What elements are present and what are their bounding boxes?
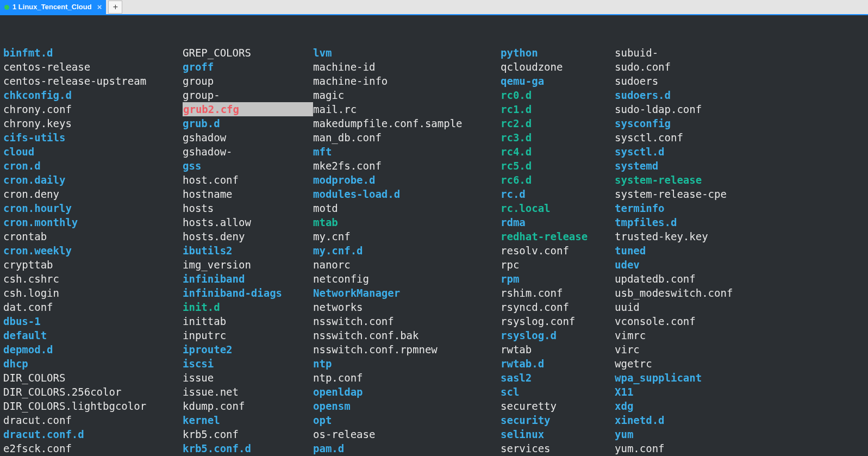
close-icon[interactable]: × <box>95 0 102 14</box>
terminal-output[interactable]: binfmt.dcentos-releasecentos-release-ups… <box>0 15 868 456</box>
ls-entry[interactable]: inputrc <box>183 328 313 342</box>
ls-entry[interactable]: sudoers.d <box>615 88 778 102</box>
ls-entry[interactable]: centos-release-upstream <box>3 74 183 88</box>
ls-entry[interactable]: systemd <box>615 159 778 173</box>
ls-entry[interactable]: cron.hourly <box>3 201 183 215</box>
ls-entry[interactable]: mft <box>313 145 501 159</box>
ls-entry[interactable]: opensm <box>313 399 501 413</box>
ls-entry[interactable]: cron.deny <box>3 187 183 201</box>
ls-entry[interactable]: xinetd.d <box>615 413 778 427</box>
ls-entry[interactable]: group- <box>183 88 313 102</box>
ls-entry[interactable]: terminfo <box>615 201 778 215</box>
ls-entry[interactable]: makedumpfile.conf.sample <box>313 116 501 130</box>
ls-entry[interactable]: DIR_COLORS.256color <box>3 385 183 399</box>
ls-entry[interactable]: cifs-utils <box>3 130 183 145</box>
ls-entry[interactable]: iproute2 <box>183 342 313 357</box>
ls-entry[interactable]: NetworkManager <box>313 286 501 300</box>
ls-entry[interactable]: netconfig <box>313 272 501 286</box>
ls-entry[interactable]: e2fsck.conf <box>3 441 183 455</box>
ls-entry[interactable]: ntp.conf <box>313 371 501 385</box>
ls-entry[interactable]: sudoers <box>615 74 778 88</box>
ls-entry[interactable]: my.cnf.d <box>313 243 501 258</box>
ls-entry[interactable]: ibutils2 <box>183 243 313 258</box>
ls-entry[interactable]: rpm <box>501 272 615 286</box>
ls-entry[interactable]: modules-load.d <box>313 187 501 201</box>
ls-entry[interactable]: sudo.conf <box>615 60 778 74</box>
ls-entry[interactable]: cron.weekly <box>3 243 183 258</box>
ls-entry[interactable]: rshim.conf <box>501 286 615 300</box>
ls-entry[interactable]: securetty <box>501 399 615 413</box>
ls-entry[interactable]: pam.d <box>313 441 501 455</box>
ls-entry[interactable]: dracut.conf <box>3 413 183 427</box>
ls-entry[interactable]: system-release <box>615 173 778 187</box>
ls-entry[interactable]: rsyslog.conf <box>501 314 615 328</box>
ls-entry[interactable]: grub.d <box>183 116 313 130</box>
ls-entry[interactable]: resolv.conf <box>501 243 615 258</box>
ls-entry[interactable]: mail.rc <box>313 102 501 116</box>
ls-entry[interactable]: rwtab <box>501 342 615 357</box>
ls-entry[interactable]: my.cnf <box>313 229 501 243</box>
ls-entry[interactable]: gshadow <box>183 130 313 145</box>
ls-entry[interactable]: networks <box>313 300 501 314</box>
ls-entry[interactable]: magic <box>313 88 501 102</box>
ls-entry[interactable]: infiniband <box>183 272 313 286</box>
ls-entry[interactable]: infiniband-diags <box>183 286 313 300</box>
ls-entry[interactable]: rc0.d <box>501 88 615 102</box>
ls-entry[interactable]: rsyslog.d <box>501 328 615 342</box>
ls-entry[interactable]: rpc <box>501 258 615 272</box>
ls-entry[interactable]: vconsole.conf <box>615 314 778 328</box>
ls-entry[interactable]: rc1.d <box>501 102 615 116</box>
ls-entry[interactable]: wgetrc <box>615 357 778 371</box>
ls-entry[interactable]: rc2.d <box>501 116 615 130</box>
ls-entry[interactable]: hosts.allow <box>183 215 313 229</box>
ls-entry[interactable]: dracut.conf.d <box>3 427 183 441</box>
ls-entry[interactable]: man_db.conf <box>313 130 501 145</box>
ls-entry[interactable]: selinux <box>501 427 615 441</box>
ls-entry[interactable]: chkconfig.d <box>3 88 183 102</box>
ls-entry[interactable]: groff <box>183 60 313 74</box>
ls-entry[interactable]: crontab <box>3 229 183 243</box>
ls-entry[interactable]: rc.local <box>501 201 615 215</box>
ls-entry[interactable]: cron.monthly <box>3 215 183 229</box>
ls-entry[interactable]: dhcp <box>3 357 183 371</box>
ls-entry[interactable]: udev <box>615 258 778 272</box>
ls-entry[interactable]: machine-id <box>313 60 501 74</box>
ls-entry[interactable]: grub2.cfg <box>183 102 313 116</box>
ls-entry[interactable]: virc <box>615 342 778 357</box>
ls-entry[interactable]: group <box>183 74 313 88</box>
ls-entry[interactable]: rc6.d <box>501 173 615 187</box>
ls-entry[interactable]: updatedb.conf <box>615 272 778 286</box>
tab-session-1[interactable]: 1 Linux_Tencent_Cloud × <box>0 0 106 14</box>
ls-entry[interactable]: redhat-release <box>501 229 615 243</box>
ls-entry[interactable]: sysconfig <box>615 116 778 130</box>
ls-entry[interactable]: rsyncd.conf <box>501 300 615 314</box>
ls-entry[interactable]: opt <box>313 413 501 427</box>
ls-entry[interactable]: csh.login <box>3 286 183 300</box>
ls-entry[interactable]: openldap <box>313 385 501 399</box>
ls-entry[interactable]: python <box>501 46 615 60</box>
ls-entry[interactable]: binfmt.d <box>3 46 183 60</box>
ls-entry[interactable]: qcloudzone <box>501 60 615 74</box>
ls-entry[interactable]: nsswitch.conf <box>313 314 501 328</box>
ls-entry[interactable]: uuid <box>615 300 778 314</box>
ls-entry[interactable]: lvm <box>313 46 501 60</box>
ls-entry[interactable]: cloud <box>3 145 183 159</box>
ls-entry[interactable]: services <box>501 441 615 455</box>
ls-entry[interactable]: mtab <box>313 215 501 229</box>
ls-entry[interactable]: default <box>3 328 183 342</box>
ls-entry[interactable]: scl <box>501 385 615 399</box>
ls-entry[interactable]: mke2fs.conf <box>313 159 501 173</box>
ls-entry[interactable]: yum <box>615 427 778 441</box>
ls-entry[interactable]: hostname <box>183 187 313 201</box>
ls-entry[interactable]: sasl2 <box>501 371 615 385</box>
ls-entry[interactable]: csh.cshrc <box>3 272 183 286</box>
ls-entry[interactable]: rwtab.d <box>501 357 615 371</box>
ls-entry[interactable]: chrony.conf <box>3 102 183 116</box>
ls-entry[interactable]: ntp <box>313 357 501 371</box>
ls-entry[interactable]: qemu-ga <box>501 74 615 88</box>
ls-entry[interactable]: crypttab <box>3 258 183 272</box>
ls-entry[interactable]: motd <box>313 201 501 215</box>
ls-entry[interactable]: rc3.d <box>501 130 615 145</box>
ls-entry[interactable]: kdump.conf <box>183 399 313 413</box>
ls-entry[interactable]: rc4.d <box>501 145 615 159</box>
